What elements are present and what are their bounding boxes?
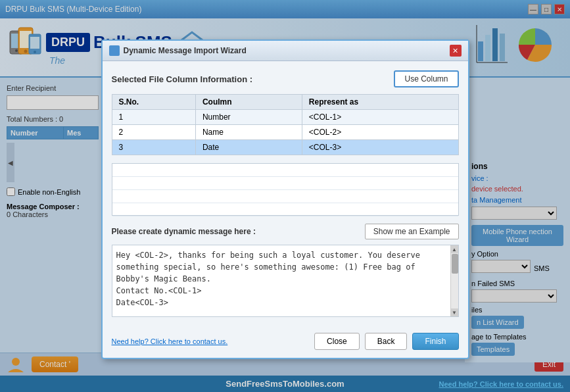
col-column-header: Coulmn — [195, 95, 302, 110]
row2-represent: <COL-2> — [302, 125, 458, 140]
row1-sno: 1 — [112, 110, 195, 125]
show-example-button[interactable]: Show me an Example — [365, 224, 459, 239]
row3-sno: 3 — [112, 140, 195, 155]
use-column-button[interactable]: Use Column — [394, 70, 458, 87]
col-represent-header: Represent as — [302, 95, 458, 110]
scroll-down-arrow[interactable]: ▼ — [451, 308, 458, 316]
empty-row — [112, 203, 458, 216]
column-info-table: S.No. Coulmn Represent as 1 Number <COL-… — [112, 94, 459, 155]
modal-footer: Need help? Click here to contact us. Clo… — [103, 333, 468, 358]
modal-overlay: Dynamic Message Import Wizard ✕ Selected… — [0, 0, 570, 392]
modal-back-button[interactable]: Back — [365, 333, 408, 350]
modal-close-button[interactable]: Close — [314, 333, 360, 350]
message-textarea-container: Hey <COL-2>, thanks for being such a loy… — [112, 245, 459, 317]
row3-column: Date — [195, 140, 302, 155]
section-header: Selected File Column Information : Use C… — [112, 70, 459, 87]
row3-represent: <COL-3> — [302, 140, 458, 155]
dynamic-message-label: Please create dynamic message here : — [112, 227, 256, 236]
empty-row — [112, 164, 458, 177]
message-textarea[interactable]: Hey <COL-2>, thanks for being such a loy… — [112, 245, 450, 316]
empty-row — [112, 177, 458, 190]
modal-help-link[interactable]: Need help? Click here to contact us. — [112, 337, 228, 345]
selected-file-label: Selected File Column Information : — [112, 74, 253, 84]
scrollbar-thumb[interactable] — [452, 254, 458, 274]
modal-title: Dynamic Message Import Wizard — [124, 46, 247, 55]
row1-column: Number — [195, 110, 302, 125]
modal-title-bar: Dynamic Message Import Wizard ✕ — [103, 41, 468, 61]
col-sno-header: S.No. — [112, 95, 195, 110]
row2-sno: 2 — [112, 125, 195, 140]
row1-represent: <COL-1> — [302, 110, 458, 125]
dynamic-message-section: Please create dynamic message here : Sho… — [112, 224, 459, 239]
table-row: 1 Number <COL-1> — [112, 110, 458, 125]
table-row: 2 Name <COL-2> — [112, 125, 458, 140]
app-window: DRPU Bulk SMS (Multi-Device Edition) — □… — [0, 0, 570, 392]
footer-buttons: Close Back Finish — [314, 333, 458, 350]
table-row-selected: 3 Date <COL-3> — [112, 140, 458, 155]
modal-body: Selected File Column Information : Use C… — [103, 61, 468, 333]
empty-rows-area — [112, 163, 459, 216]
modal-finish-button[interactable]: Finish — [412, 333, 458, 350]
modal-dialog: Dynamic Message Import Wizard ✕ Selected… — [101, 39, 469, 359]
row2-column: Name — [195, 125, 302, 140]
modal-close-x-button[interactable]: ✕ — [450, 45, 462, 57]
scroll-up-arrow[interactable]: ▲ — [451, 245, 458, 253]
empty-row — [112, 190, 458, 203]
modal-icon — [109, 45, 120, 56]
scrollbar-track: ▲ ▼ — [450, 245, 458, 316]
